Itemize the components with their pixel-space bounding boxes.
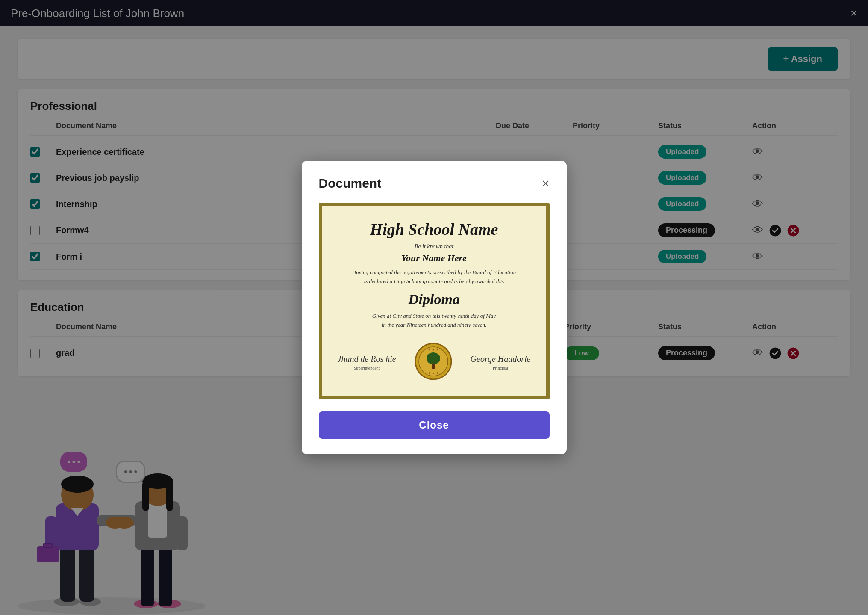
modal-title: Document — [319, 176, 382, 191]
modal-close-btn[interactable]: Close — [319, 411, 550, 439]
diploma-sig-left: Jhand de Ros hie Superintendent — [338, 354, 396, 370]
document-modal: Document × High School Name Be it known … — [302, 161, 567, 455]
svg-text:★ ★ ★: ★ ★ ★ — [428, 348, 438, 352]
modal-overlay: Document × High School Name Be it known … — [0, 0, 868, 615]
sig2-label: Principal — [493, 366, 508, 370]
svg-point-33 — [427, 352, 440, 364]
sig1-label: Superintendent — [354, 366, 380, 370]
diploma-sig-right: George Haddorle Principal — [471, 354, 531, 370]
sig2-name: George Haddorle — [471, 354, 531, 364]
diploma-body-text: Having completed the requirements prescr… — [352, 268, 516, 286]
diploma-signatures: Jhand de Ros hie Superintendent ★ ★ ★ ★ … — [338, 342, 531, 382]
diploma-seal: ★ ★ ★ ★ ★ ★ — [414, 342, 453, 382]
diploma-main-title: Diploma — [408, 291, 460, 308]
diploma-be-known: Be it known that — [415, 243, 453, 250]
diploma-school-name: High School Name — [370, 220, 498, 239]
svg-rect-34 — [432, 364, 435, 369]
diploma-certificate: High School Name Be it known that Your N… — [319, 203, 550, 400]
modal-header: Document × — [319, 176, 550, 191]
diploma-your-name: Your Name Here — [401, 253, 467, 264]
svg-text:★ ★ ★: ★ ★ ★ — [428, 371, 438, 375]
diploma-given-text: Given at City and State on this twenty-n… — [372, 312, 496, 330]
modal-close-button[interactable]: × — [542, 177, 550, 190]
sig1-name: Jhand de Ros hie — [338, 354, 396, 364]
